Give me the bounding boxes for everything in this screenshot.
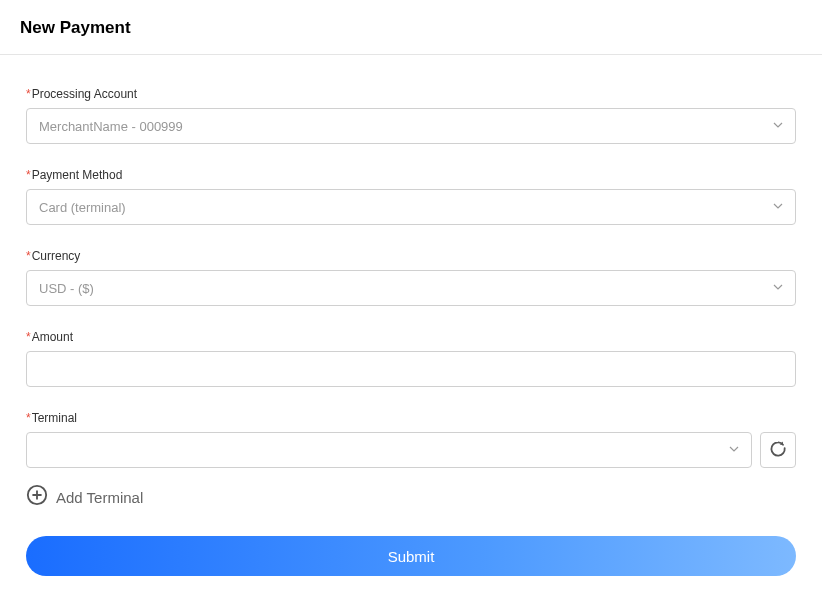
add-terminal-label: Add Terminal <box>56 489 143 506</box>
label-text: Terminal <box>32 411 77 425</box>
currency-group: *Currency USD - ($) <box>26 249 796 306</box>
terminal-label: *Terminal <box>26 411 796 425</box>
page-header: New Payment <box>0 0 822 55</box>
currency-select-wrapper: USD - ($) <box>26 270 796 306</box>
page-title: New Payment <box>20 18 802 38</box>
payment-form: *Processing Account MerchantName - 00099… <box>0 55 822 576</box>
label-text: Amount <box>32 330 73 344</box>
required-mark: * <box>26 168 31 182</box>
payment-method-select[interactable]: Card (terminal) <box>26 189 796 225</box>
label-text: Currency <box>32 249 81 263</box>
refresh-icon <box>768 439 788 462</box>
processing-account-group: *Processing Account MerchantName - 00099… <box>26 87 796 144</box>
plus-circle-icon <box>26 484 48 510</box>
amount-group: *Amount <box>26 330 796 387</box>
payment-method-group: *Payment Method Card (terminal) <box>26 168 796 225</box>
add-terminal-button[interactable]: Add Terminal <box>26 484 796 510</box>
terminal-select-wrapper <box>26 432 752 468</box>
payment-method-select-wrapper: Card (terminal) <box>26 189 796 225</box>
currency-select[interactable]: USD - ($) <box>26 270 796 306</box>
processing-account-label: *Processing Account <box>26 87 796 101</box>
required-mark: * <box>26 249 31 263</box>
processing-account-select[interactable]: MerchantName - 000999 <box>26 108 796 144</box>
payment-method-label: *Payment Method <box>26 168 796 182</box>
required-mark: * <box>26 330 31 344</box>
submit-button[interactable]: Submit <box>26 536 796 576</box>
processing-account-select-wrapper: MerchantName - 000999 <box>26 108 796 144</box>
currency-label: *Currency <box>26 249 796 263</box>
terminal-group: *Terminal <box>26 411 796 468</box>
select-value: USD - ($) <box>39 281 94 296</box>
required-mark: * <box>26 411 31 425</box>
select-value: MerchantName - 000999 <box>39 119 183 134</box>
required-mark: * <box>26 87 31 101</box>
select-value: Card (terminal) <box>39 200 126 215</box>
label-text: Processing Account <box>32 87 137 101</box>
terminal-row <box>26 432 796 468</box>
amount-label: *Amount <box>26 330 796 344</box>
amount-input[interactable] <box>26 351 796 387</box>
terminal-select[interactable] <box>26 432 752 468</box>
label-text: Payment Method <box>32 168 123 182</box>
refresh-terminal-button[interactable] <box>760 432 796 468</box>
